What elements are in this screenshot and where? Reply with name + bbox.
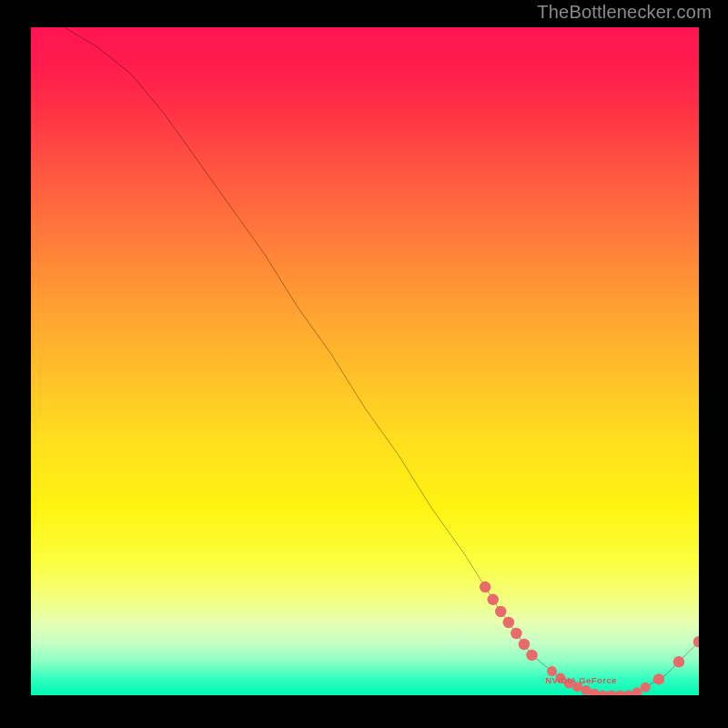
marker-dot xyxy=(606,690,616,695)
marker-dot xyxy=(632,687,642,695)
marker-dot xyxy=(495,606,506,617)
chart-frame: TheBottlenecker.com NVIDIA GeForce xyxy=(0,0,728,728)
marker-dot xyxy=(653,673,664,684)
marker-dot xyxy=(623,690,633,695)
marker-dot xyxy=(598,690,608,695)
marker-dot xyxy=(641,682,651,693)
plot-area: NVIDIA GeForce xyxy=(31,27,699,695)
marker-dot xyxy=(503,617,514,628)
marker-dot xyxy=(590,689,600,695)
marker-dot xyxy=(487,594,498,605)
trough-label: NVIDIA GeForce xyxy=(545,675,616,685)
marker-dot xyxy=(615,690,625,695)
curve-path xyxy=(65,27,699,695)
marker-dot xyxy=(526,650,537,661)
marker-dot xyxy=(673,656,684,667)
marker-dot xyxy=(693,636,699,647)
attribution-text: TheBottlenecker.com xyxy=(537,2,712,23)
marker-dot xyxy=(511,628,521,639)
chart-overlay: NVIDIA GeForce xyxy=(31,27,699,695)
marker-dot xyxy=(519,639,530,650)
marker-dot xyxy=(480,581,490,592)
